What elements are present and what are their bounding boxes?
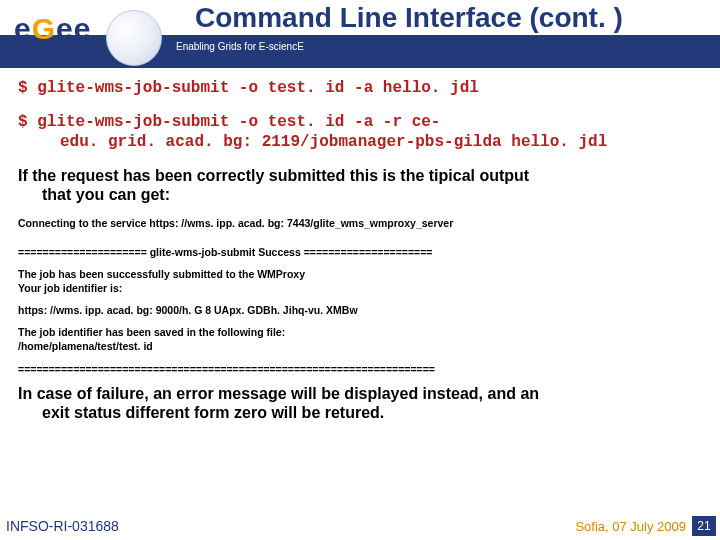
tagline: Enabling Grids for E-sciencE	[176, 41, 304, 52]
logo-text: eGee	[14, 12, 91, 46]
command-line-2: $ glite-wms-job-submit -o test. id -a -r…	[18, 112, 702, 152]
saved-block: The job identifier has been saved in the…	[18, 325, 702, 353]
job-id: https: //wms. ipp. acad. bg: 9000/h. G 8…	[18, 303, 702, 317]
connecting-line: Connecting to the service https: //wms. …	[18, 216, 702, 230]
intro-paragraph: If the request has been correctly submit…	[18, 166, 702, 204]
intro-line-2: that you can get:	[18, 185, 702, 204]
footer-left: INFSO-RI-031688	[6, 518, 119, 534]
submitted-block: The job has been successfully submitted …	[18, 267, 702, 295]
failure-line-1: In case of failure, an error message wil…	[18, 385, 539, 402]
intro-line-1: If the request has been correctly submit…	[18, 167, 529, 184]
success-separator: ===================== glite-wms-job-subm…	[18, 245, 702, 259]
logo-letter-e3: e	[74, 12, 92, 45]
page-number: 21	[692, 516, 716, 536]
command-line-1: $ glite-wms-job-submit -o test. id -a he…	[18, 78, 702, 98]
saved-line-2: /home/plamena/test/test. id	[18, 340, 153, 352]
command-line-2-b: edu. grid. acad. bg: 2119/jobmanager-pbs…	[18, 132, 702, 152]
slide-body: $ glite-wms-job-submit -o test. id -a he…	[0, 68, 720, 422]
slide-header: eGee Command Line Interface (cont. ) Ena…	[0, 0, 720, 68]
submitted-line-1: The job has been successfully submitted …	[18, 268, 305, 280]
logo-letter-e1: e	[14, 12, 32, 45]
command-line-2-a: $ glite-wms-job-submit -o test. id -a -r…	[18, 113, 440, 131]
submitted-line-2: Your job identifier is:	[18, 282, 122, 294]
dash-separator: ========================================…	[18, 362, 702, 376]
egee-logo: eGee	[8, 6, 158, 64]
failure-line-2: exit status different form zero will be …	[18, 403, 702, 422]
slide-title: Command Line Interface (cont. )	[195, 2, 623, 34]
slide-footer: INFSO-RI-031688 Sofia, 07 July 2009 21	[0, 514, 720, 536]
footer-right: Sofia, 07 July 2009	[575, 519, 686, 534]
logo-letter-g: G	[32, 12, 56, 45]
failure-paragraph: In case of failure, an error message wil…	[18, 384, 702, 422]
logo-letter-e2: e	[56, 12, 74, 45]
saved-line-1: The job identifier has been saved in the…	[18, 326, 285, 338]
logo-globe-icon	[106, 10, 162, 66]
